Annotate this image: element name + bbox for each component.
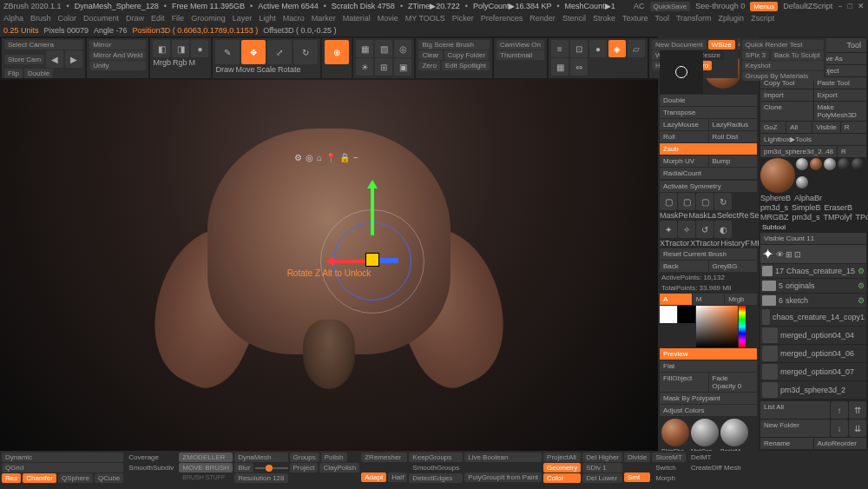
tool-thumb-6[interactable] — [796, 176, 808, 188]
history-icon[interactable]: ↺ — [696, 221, 713, 238]
icon-e[interactable]: ⊞ — [375, 58, 392, 76]
tool-thumb-2[interactable] — [810, 158, 822, 170]
listall-button[interactable]: List All — [760, 401, 830, 419]
spix-button[interactable]: SPix 3 — [742, 50, 769, 60]
transpose-button[interactable]: Transpose — [660, 107, 757, 118]
arrow-down-icon[interactable]: ↓ — [831, 420, 848, 437]
subtool-header[interactable]: Subtool — [760, 222, 866, 232]
tool-thumb-3[interactable] — [824, 158, 836, 170]
sym-y-icon[interactable]: ▢ — [678, 193, 695, 210]
store-cam-button[interactable]: Store Cam — [4, 55, 44, 64]
subtool-row-4[interactable]: merged_option04_07 — [760, 363, 866, 380]
coverage-button[interactable]: Coverage — [125, 453, 177, 462]
lazyradius-button[interactable]: LazyRadius — [709, 119, 758, 130]
xtractor-icon[interactable]: ✦ — [660, 221, 677, 238]
keyshot-button[interactable]: Keyshot — [742, 61, 824, 70]
pf-icon[interactable]: ⊡ — [570, 40, 588, 57]
sym-x-icon[interactable]: ▢ — [660, 193, 677, 210]
sdiv-button[interactable]: SDiv 1 — [582, 463, 622, 472]
polish-button[interactable]: Polish — [321, 453, 347, 462]
thumbnail-button[interactable]: Thumbnail — [496, 50, 544, 60]
divide-button[interactable]: Divide — [624, 453, 650, 462]
greybg-button[interactable]: GreyBG — [709, 261, 758, 272]
subtool-row-2[interactable]: merged_option04_04 — [760, 327, 866, 344]
blur-slider[interactable] — [255, 467, 287, 469]
menu-macro[interactable]: Macro — [283, 14, 305, 23]
seethrough-slider[interactable]: See-through 0 — [695, 2, 745, 10]
arrow-allup-icon[interactable]: ⇈ — [849, 401, 866, 419]
unify-button[interactable]: Unify — [89, 61, 146, 70]
move-mode-icon[interactable]: ✥ — [241, 40, 266, 64]
menu-tool[interactable]: Tool — [654, 14, 669, 23]
menu-alpha[interactable]: Alpha — [3, 14, 23, 23]
menu-stroke[interactable]: Stroke — [593, 14, 615, 23]
next-cam-icon[interactable]: ▶ — [65, 50, 82, 68]
menu-file[interactable]: File — [172, 14, 185, 23]
gizmo-pin-icon[interactable]: 📍 — [326, 153, 336, 162]
icon-a[interactable]: ▦ — [356, 40, 373, 57]
menu-draw[interactable]: Draw — [126, 14, 144, 23]
rolldist-button[interactable]: Roll Dist — [709, 131, 758, 142]
mirror-weld-button[interactable]: Mirror And Weld — [89, 50, 146, 60]
lazymouse-button[interactable]: LazyMouse — [660, 119, 708, 130]
mrgbzg-icon[interactable]: ◐ — [714, 221, 732, 238]
menu-edit[interactable]: Edit — [151, 14, 165, 23]
claypolish-button[interactable]: ClayPolish — [319, 463, 359, 472]
smoothgroups-button[interactable]: SmoothGroups — [409, 463, 463, 472]
editspot-button[interactable]: Edit Spotlight — [442, 61, 490, 70]
menu-picker[interactable]: Picker — [452, 14, 474, 23]
radialcount-button[interactable]: RadialCount — [660, 168, 757, 179]
geometry-button[interactable]: Geometry — [543, 463, 581, 472]
back-button[interactable]: Back — [660, 261, 708, 272]
projectall-button[interactable]: ProjectAll — [543, 453, 581, 462]
fadeopacity-slider[interactable]: Fade Opacity 0 — [709, 373, 758, 392]
dynamesh-button[interactable]: DynaMesh — [234, 453, 287, 462]
goz-button[interactable]: GoZ — [760, 122, 786, 133]
qgrid-button[interactable]: QGrid — [2, 463, 123, 472]
folder-sketch[interactable]: 6 sketch ⚙ — [760, 294, 866, 307]
morph-button[interactable]: Morph — [652, 473, 686, 483]
mrgb-button[interactable]: Mrgb — [725, 294, 757, 305]
groups-button[interactable]: Groups — [290, 453, 319, 462]
double-button2[interactable]: Double — [660, 95, 757, 106]
autoreorder-button[interactable]: AutoReorder — [814, 438, 867, 449]
tool-thumb-1[interactable] — [796, 158, 808, 170]
folder-originals[interactable]: 5 originals ⚙ — [760, 279, 866, 293]
menus-button[interactable]: Menus — [750, 2, 778, 11]
secondary-color-swatch[interactable] — [678, 306, 695, 323]
scale-mode-icon[interactable]: ⤢ — [267, 40, 292, 64]
adjustcolors-button[interactable]: Adjust Colors — [660, 405, 757, 416]
bigscene-button[interactable]: Big Scene Brush — [418, 40, 490, 50]
flip-button[interactable]: Flip — [4, 69, 23, 78]
icon-c[interactable]: ◎ — [394, 40, 411, 57]
menu-preferences[interactable]: Preferences — [481, 14, 523, 23]
menu-layer[interactable]: Layer — [233, 14, 253, 23]
folder-chaos[interactable]: 17 Chaos_creature_15 ⚙ — [760, 264, 866, 278]
menu-render[interactable]: Render — [529, 14, 556, 23]
groupsbymat-button[interactable]: Groups By Materials — [742, 71, 824, 81]
polygroupit-button[interactable]: PolyGroupIt from Paint — [464, 472, 542, 482]
flat-button[interactable]: Flat — [660, 360, 757, 372]
qcube-button[interactable]: QCube — [95, 473, 123, 483]
gear-icon[interactable]: ⚙ — [858, 267, 865, 275]
roll-button[interactable]: Roll — [660, 131, 708, 142]
half-button[interactable]: Half — [388, 472, 407, 482]
prev-cam-icon[interactable]: ◀ — [46, 50, 63, 68]
quicksave-button[interactable]: QuickSave — [650, 2, 691, 11]
r2-button[interactable]: R — [838, 146, 866, 157]
gizmo-home-icon[interactable]: ⌂ — [317, 153, 322, 162]
menu-zscript[interactable]: Zscript — [751, 14, 774, 23]
tool-thumb-4[interactable] — [838, 158, 850, 170]
dynamic-icon[interactable]: ◈ — [608, 40, 626, 57]
icon-f[interactable]: ▣ — [394, 58, 411, 76]
zero-button[interactable]: Zero — [418, 61, 439, 70]
makepoly-button[interactable]: Make PolyMesh3D — [814, 102, 867, 121]
sym-icon[interactable]: ⇔ — [570, 58, 588, 76]
menu-grooming[interactable]: Grooming — [191, 14, 226, 23]
blur-button[interactable]: Blur — [234, 463, 253, 472]
mrgb-icon[interactable]: ◧ — [153, 40, 170, 57]
subtool-row-3[interactable]: merged_option04_06 — [760, 345, 866, 362]
zsub-button[interactable]: Zsub — [660, 143, 757, 155]
menu-color[interactable]: Color — [58, 14, 77, 23]
chamfer-button[interactable]: Chamfer — [23, 473, 56, 483]
